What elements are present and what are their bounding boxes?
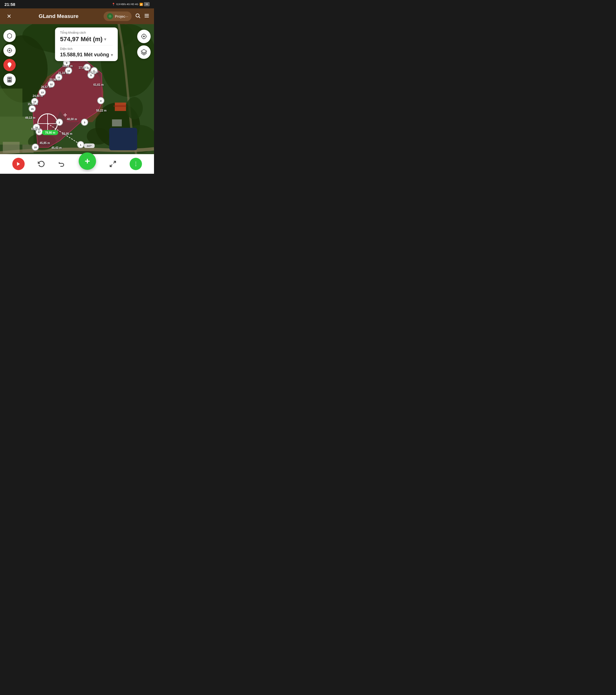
svg-text:55,05 m: 55,05 m <box>62 132 72 135</box>
svg-text:14,29 m: 14,29 m <box>88 70 99 73</box>
svg-marker-63 <box>7 33 12 38</box>
battery-icon: 36 <box>144 2 149 6</box>
svg-text:48,00 m: 48,00 m <box>67 118 77 121</box>
svg-rect-78 <box>10 81 11 82</box>
nav-bar: ✕ GLand Measure Projec··· <box>0 9 154 24</box>
polygon-tool-button[interactable] <box>3 30 16 42</box>
svg-rect-72 <box>8 78 11 79</box>
svg-text:17: 17 <box>38 131 40 133</box>
svg-text:2: 2 <box>58 121 60 124</box>
distance-label: Tổng khoảng cách <box>60 31 113 34</box>
gps-location-button[interactable] <box>137 30 151 43</box>
svg-text:247°: 247° <box>87 145 92 148</box>
refresh-button[interactable] <box>38 160 45 168</box>
svg-text:45,85 m: 45,85 m <box>40 141 50 145</box>
svg-text:5: 5 <box>90 74 91 77</box>
location-tool-button[interactable] <box>3 44 16 56</box>
svg-point-1 <box>109 15 111 18</box>
project-button[interactable]: Projec··· <box>104 12 131 21</box>
layers-button[interactable] <box>137 46 151 59</box>
location-icon: 📍 <box>112 3 115 6</box>
svg-point-91 <box>135 162 136 163</box>
status-notch <box>47 3 81 5</box>
svg-text:78,90 m: 78,90 m <box>45 131 55 134</box>
svg-text:61,61 m: 61,61 m <box>93 83 104 86</box>
undo-button[interactable] <box>58 160 66 168</box>
svg-text:1: 1 <box>80 143 81 146</box>
svg-text:21,16 m: 21,16 m <box>58 71 69 74</box>
svg-text:26,57 m: 26,57 m <box>41 85 52 88</box>
area-dropdown[interactable]: ▾ <box>111 53 113 57</box>
svg-point-93 <box>135 165 136 166</box>
svg-text:18: 18 <box>34 146 37 149</box>
left-toolbar <box>3 30 16 86</box>
project-label: Projec··· <box>115 14 128 18</box>
svg-text:49,13 m: 49,13 m <box>25 116 36 119</box>
calculator-tool-button[interactable] <box>3 73 16 86</box>
svg-rect-75 <box>10 80 11 81</box>
area-value: 15.588,91 Mét vuông ▾ <box>60 52 113 58</box>
svg-text:45,43 m: 45,43 m <box>52 146 62 149</box>
svg-point-65 <box>9 50 10 51</box>
svg-text:15: 15 <box>31 107 34 111</box>
bottom-toolbar <box>0 154 154 174</box>
project-avatar <box>107 13 113 19</box>
area-label: Diện tích <box>60 47 113 51</box>
status-time: 21:58 <box>4 2 15 7</box>
close-button[interactable]: ✕ <box>4 13 14 20</box>
svg-marker-86 <box>17 162 20 166</box>
distance-value: 574,97 Mét (m) ▾ <box>60 36 113 43</box>
app-title: GLand Measure <box>14 13 104 19</box>
svg-point-70 <box>9 64 10 65</box>
status-icons: 📍 0,9 KB/s 4G HD 4G 📶 36 <box>112 2 149 6</box>
svg-text:17,87 m: 17,87 m <box>79 66 89 69</box>
map-container[interactable]: ✛ 1 2 3 4 5 6 7 8 9 <box>0 24 154 154</box>
measure-panel: Tổng khoảng cách 574,97 Mét (m) ▾ Diện t… <box>55 28 118 61</box>
svg-text:3: 3 <box>84 121 85 124</box>
right-toolbar <box>137 30 151 59</box>
options-button[interactable] <box>130 158 142 170</box>
svg-text:20,96 m: 20,96 m <box>50 78 60 81</box>
svg-text:15,80 m: 15,80 m <box>28 103 38 106</box>
move-icon: ✛ <box>63 113 67 117</box>
add-point-button[interactable] <box>79 152 96 170</box>
pin-tool-button[interactable] <box>3 59 16 71</box>
play-button[interactable] <box>12 158 25 170</box>
svg-text:24,80 m: 24,80 m <box>33 95 43 98</box>
svg-text:9,90 m: 9,90 m <box>31 128 40 131</box>
svg-point-2 <box>136 14 139 17</box>
svg-text:4: 4 <box>100 100 101 102</box>
distance-dropdown[interactable]: ▾ <box>104 37 106 41</box>
wifi-icon: 📶 <box>139 3 143 6</box>
svg-text:13: 13 <box>41 91 44 94</box>
svg-text:55,22 m: 55,22 m <box>96 109 107 112</box>
search-button[interactable] <box>135 13 141 20</box>
status-bar: 21:58 📍 0,9 KB/s 4G HD 4G 📶 36 <box>0 0 154 9</box>
svg-line-3 <box>139 17 140 18</box>
svg-point-92 <box>135 164 136 165</box>
fullscreen-button[interactable] <box>109 160 117 168</box>
menu-button[interactable] <box>144 13 149 20</box>
nav-right-actions: Projec··· <box>104 12 149 21</box>
svg-text:16,13 m: 16,13 m <box>63 65 73 68</box>
signal-text: 0,9 KB/s 4G HD 4G <box>116 3 138 5</box>
svg-text:9: 9 <box>66 62 67 65</box>
svg-point-80 <box>143 36 144 37</box>
